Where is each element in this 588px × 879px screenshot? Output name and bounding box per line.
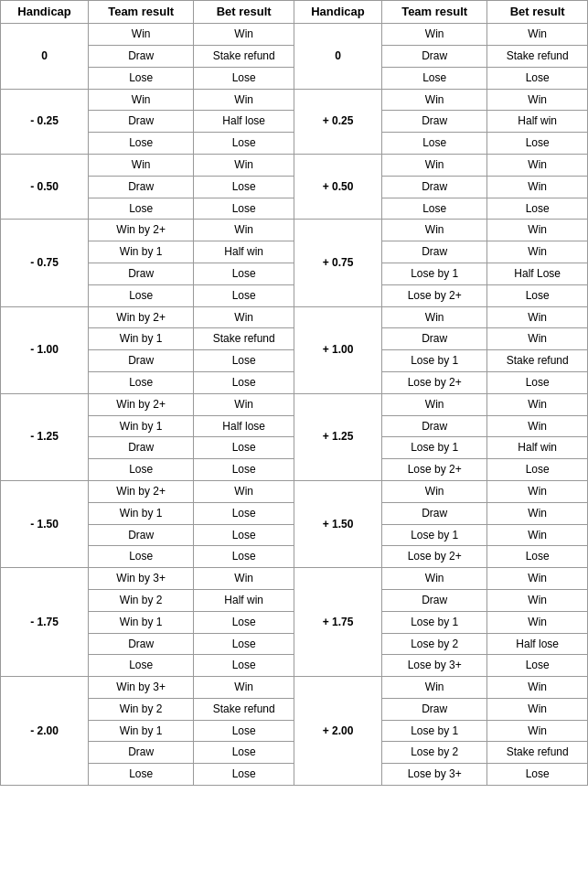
handicap-cell-left: - 0.75 [1, 220, 89, 306]
handicap-cell-right: 0 [294, 24, 381, 89]
bet-result-left: Lose [194, 524, 294, 546]
bet-result-left: Win [194, 480, 294, 502]
bet-result-left: Lose [194, 371, 294, 393]
bet-result-left: Half win [194, 589, 294, 611]
team-result-left: Win [89, 154, 194, 176]
bet-result-right: Win [487, 154, 588, 176]
team-result-right: Lose by 3+ [382, 655, 487, 677]
team-result-right: Lose by 2 [382, 633, 487, 655]
bet-result-left: Win [194, 568, 294, 590]
col-header-handicap-right: Handicap [294, 1, 381, 24]
team-result-right: Lose by 1 [382, 437, 487, 459]
team-result-left: Win by 1 [89, 720, 194, 742]
team-result-left: Lose [89, 764, 194, 786]
handicap-cell-left: - 1.00 [1, 306, 89, 393]
bet-result-left: Lose [194, 176, 294, 198]
team-result-right: Lose by 1 [382, 350, 487, 372]
team-result-left: Lose [89, 133, 194, 155]
handicap-cell-right: + 1.00 [294, 306, 381, 393]
bet-result-right: Stake refund [487, 350, 588, 372]
handicap-cell-right: + 2.00 [294, 677, 381, 786]
team-result-left: Lose [89, 459, 194, 481]
col-header-bet-result-left: Bet result [194, 1, 294, 24]
handicap-cell-left: - 0.50 [1, 154, 89, 219]
team-result-left: Draw [89, 437, 194, 459]
handicap-cell-left: - 2.00 [1, 677, 89, 786]
bet-result-right: Win [487, 611, 588, 633]
bet-result-right: Lose [487, 371, 588, 393]
team-result-right: Lose [382, 67, 487, 89]
bet-result-right: Stake refund [487, 742, 588, 764]
team-result-right: Draw [382, 589, 487, 611]
team-result-left: Win by 1 [89, 611, 194, 633]
bet-result-left: Win [194, 24, 294, 46]
bet-result-left: Lose [194, 611, 294, 633]
bet-result-right: Win [487, 720, 588, 742]
team-result-right: Draw [382, 176, 487, 198]
handicap-cell-left: - 0.25 [1, 89, 89, 154]
bet-result-right: Win [487, 176, 588, 198]
bet-result-left: Stake refund [194, 698, 294, 720]
team-result-left: Win by 1 [89, 502, 194, 524]
bet-result-right: Win [487, 698, 588, 720]
team-result-left: Win by 3+ [89, 568, 194, 590]
table-row: - 1.50Win by 2+Win+ 1.50WinWin [1, 480, 588, 502]
bet-result-right: Win [487, 220, 588, 241]
col-header-team-result-right: Team result [382, 1, 487, 24]
team-result-right: Draw [382, 502, 487, 524]
team-result-right: Draw [382, 45, 487, 67]
bet-result-left: Lose [194, 459, 294, 481]
team-result-right: Lose by 3+ [382, 764, 487, 786]
bet-result-left: Win [194, 154, 294, 176]
bet-result-right: Win [487, 677, 588, 699]
bet-result-left: Win [194, 306, 294, 328]
bet-result-left: Lose [194, 502, 294, 524]
team-result-left: Lose [89, 198, 194, 220]
bet-result-right: Win [487, 393, 588, 415]
handicap-table: Handicap Team result Bet result Handicap… [0, 0, 588, 786]
bet-result-left: Half lose [194, 415, 294, 437]
team-result-left: Lose [89, 371, 194, 393]
team-result-right: Draw [382, 328, 487, 350]
bet-result-right: Half win [487, 111, 588, 133]
team-result-left: Win by 2+ [89, 480, 194, 502]
bet-result-left: Lose [194, 284, 294, 306]
bet-result-right: Win [487, 241, 588, 263]
team-result-left: Lose [89, 546, 194, 568]
bet-result-left: Win [194, 89, 294, 111]
team-result-right: Lose by 2 [382, 742, 487, 764]
team-result-right: Lose by 1 [382, 263, 487, 284]
handicap-cell-left: - 1.75 [1, 568, 89, 677]
team-result-right: Lose by 2+ [382, 459, 487, 481]
team-result-left: Draw [89, 633, 194, 655]
team-result-right: Draw [382, 698, 487, 720]
table-row: - 0.50WinWin+ 0.50WinWin [1, 154, 588, 176]
bet-result-right: Half win [487, 437, 588, 459]
team-result-right: Draw [382, 241, 487, 263]
handicap-cell-right: + 1.75 [294, 568, 381, 677]
team-result-right: Win [382, 220, 487, 241]
bet-result-right: Win [487, 415, 588, 437]
bet-result-left: Half win [194, 241, 294, 263]
table-row: - 1.75Win by 3+Win+ 1.75WinWin [1, 568, 588, 590]
bet-result-left: Lose [194, 437, 294, 459]
team-result-right: Win [382, 306, 487, 328]
table-row: - 0.75Win by 2+Win+ 0.75WinWin [1, 220, 588, 241]
team-result-left: Win [89, 24, 194, 46]
bet-result-right: Win [487, 568, 588, 590]
team-result-right: Win [382, 393, 487, 415]
bet-result-left: Lose [194, 720, 294, 742]
bet-result-left: Lose [194, 133, 294, 155]
team-result-left: Lose [89, 284, 194, 306]
col-header-bet-result-right: Bet result [487, 1, 588, 24]
bet-result-right: Win [487, 502, 588, 524]
team-result-left: Draw [89, 111, 194, 133]
table-row: - 0.25WinWin+ 0.25WinWin [1, 89, 588, 111]
bet-result-left: Lose [194, 67, 294, 89]
team-result-right: Lose [382, 133, 487, 155]
bet-result-left: Lose [194, 350, 294, 372]
table-row: - 1.00Win by 2+Win+ 1.00WinWin [1, 306, 588, 328]
col-header-team-result-left: Team result [89, 1, 194, 24]
handicap-cell-left: - 1.25 [1, 393, 89, 480]
team-result-right: Lose by 1 [382, 524, 487, 546]
